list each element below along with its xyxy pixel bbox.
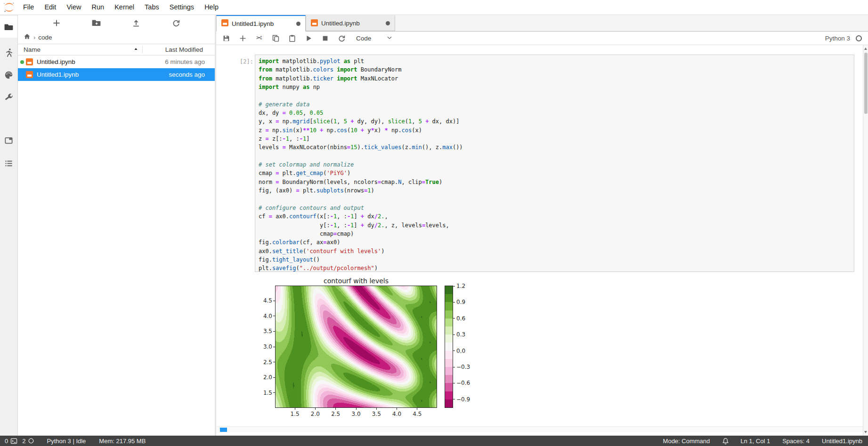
code-line: import numpy as np: [259, 83, 854, 91]
kernels-count[interactable]: 2: [22, 438, 25, 445]
y-tick-mark: [273, 377, 275, 378]
y-tick-mark: [273, 362, 275, 362]
notebook-tab[interactable]: Untitled.ipynb: [306, 15, 395, 31]
y-tick-label: 3.5: [258, 328, 272, 334]
terminal-icon[interactable]: [10, 438, 17, 445]
colorbar-tick-label: 0.6: [456, 315, 473, 322]
code-line: # set colormap and normalize: [259, 160, 854, 169]
horizontal-scrollbar[interactable]: [216, 426, 863, 432]
vertical-scrollbar[interactable]: [863, 45, 868, 436]
y-tick-mark: [273, 301, 275, 301]
code-line: fig.tight_layout(): [259, 255, 854, 264]
notebook-toolbar: ✂ Code Python 3: [216, 32, 868, 45]
y-tick-label: 2.5: [258, 359, 272, 366]
cell-type-value: Code: [356, 35, 371, 42]
column-header-name[interactable]: Name: [24, 46, 41, 53]
breadcrumb-separator: ›: [33, 34, 35, 41]
x-tick-mark: [295, 408, 295, 410]
scroll-down-icon[interactable]: [864, 431, 867, 433]
property-inspector-icon[interactable]: [0, 88, 17, 108]
scroll-up-icon[interactable]: [864, 48, 867, 50]
kernel-name[interactable]: Python 3: [825, 35, 850, 42]
stop-icon[interactable]: [321, 34, 329, 42]
colorbar-tick-mark: [453, 286, 455, 287]
refresh-icon[interactable]: [171, 18, 181, 28]
colorbar-tick-mark: [453, 367, 455, 367]
menu: FileEditViewRunKernelTabsSettingsHelp: [18, 0, 224, 15]
menu-item-view[interactable]: View: [61, 0, 86, 15]
code-line: # configure contours and output: [259, 204, 854, 212]
notebook-icon: [26, 58, 33, 65]
new-launcher-icon[interactable]: [51, 18, 62, 28]
menu-item-help[interactable]: Help: [199, 0, 224, 15]
code-line: dx, dy = 0.05, 0.05: [259, 109, 854, 117]
main-dock-panel: Untitled1.ipynbUntitled.ipynb ✂ Code Pyt…: [216, 15, 868, 436]
notebook-icon: [311, 19, 318, 28]
code-line: from matplotlib.ticker import MaxNLocato…: [259, 74, 854, 83]
running-sessions-icon[interactable]: [0, 42, 17, 63]
file-row[interactable]: Untitled1.ipynbseconds ago: [18, 68, 215, 81]
code-line: z = z[:-1, :-1]: [259, 135, 854, 143]
paste-icon[interactable]: [288, 34, 296, 42]
x-tick-label: 1.5: [287, 411, 302, 417]
save-icon[interactable]: [222, 34, 230, 42]
copy-icon[interactable]: [271, 34, 280, 42]
file-browser-panel: › code Name Last Modified Untitled.ipynb…: [18, 15, 215, 436]
file-row[interactable]: Untitled.ipynb6 minutes ago: [18, 56, 215, 68]
command-mode-indicator[interactable]: Mode: Command: [663, 438, 710, 445]
colorbar-tick-label: −0.6: [456, 380, 473, 386]
vertical-scrollbar-thumb[interactable]: [864, 53, 868, 114]
menu-item-file[interactable]: File: [18, 0, 39, 15]
menu-item-edit[interactable]: Edit: [39, 0, 61, 15]
cut-icon[interactable]: ✂: [255, 34, 263, 42]
column-header-modified[interactable]: Last Modified: [142, 46, 215, 53]
command-palette-icon[interactable]: [0, 64, 17, 85]
breadcrumb[interactable]: › code: [18, 31, 215, 44]
menu-item-tabs[interactable]: Tabs: [139, 0, 164, 15]
file-browser-toolbar: [18, 15, 215, 31]
notebook-tab[interactable]: Untitled1.ipynb: [216, 15, 306, 32]
notebook-icon: [26, 71, 33, 78]
file-browser-icon[interactable]: [0, 16, 17, 38]
add-cell-icon[interactable]: [238, 34, 247, 42]
menu-item-settings[interactable]: Settings: [164, 0, 199, 15]
sort-ascending-icon[interactable]: [133, 46, 138, 53]
file-modified-time: 6 minutes ago: [165, 58, 215, 65]
tab-spaces[interactable]: Spaces: 4: [782, 438, 810, 445]
cursor-position[interactable]: Ln 1, Col 1: [740, 438, 770, 445]
open-tabs-icon[interactable]: [0, 130, 17, 151]
kernel-sessions-icon[interactable]: [28, 438, 34, 444]
cell-type-dropdown[interactable]: Code: [356, 34, 393, 42]
tab-label: Untitled.ipynb: [321, 20, 386, 27]
code-line: y[:-1, :-1] + dy/2., z, levels=levels,: [259, 221, 854, 230]
colorbar: [445, 286, 453, 408]
cell-code-editor[interactable]: import matplotlib.pyplot as pltfrom matp…: [255, 55, 854, 272]
home-icon[interactable]: [24, 33, 31, 41]
code-line: ax0.set_title('contourf with levels'): [259, 247, 854, 255]
code-line: # generate data: [259, 100, 854, 109]
new-folder-icon[interactable]: [91, 18, 102, 28]
memory-usage: Mem: 217.95 MB: [99, 438, 146, 445]
code-line: import matplotlib.pyplot as plt: [259, 57, 854, 65]
breadcrumb-folder[interactable]: code: [38, 34, 52, 41]
kernel-idle-circle-icon[interactable]: [856, 35, 862, 41]
menu-item-run[interactable]: Run: [87, 0, 110, 15]
file-name: Untitled.ipynb: [37, 58, 165, 65]
unsaved-changes-dot[interactable]: [296, 22, 300, 26]
terminals-count[interactable]: 0: [5, 438, 8, 445]
restart-icon[interactable]: [337, 34, 346, 42]
horizontal-scrollbar-thumb[interactable]: [220, 428, 227, 432]
colorbar-tick-mark: [453, 350, 455, 351]
x-tick-label: 3.0: [349, 411, 364, 417]
y-tick-label: 1.5: [258, 390, 272, 396]
notifications-icon[interactable]: [722, 438, 729, 445]
unsaved-changes-dot[interactable]: [386, 21, 390, 25]
kernel-status[interactable]: Python 3 | Idle: [47, 438, 86, 445]
table-of-contents-icon[interactable]: [0, 153, 17, 174]
code-line: fig, (ax0) = plt.subplots(nrows=1): [259, 186, 854, 195]
run-icon[interactable]: [304, 34, 313, 42]
upload-icon[interactable]: [131, 18, 141, 28]
menu-item-kernel[interactable]: Kernel: [109, 0, 139, 15]
colorbar-tick-label: 0.3: [456, 331, 473, 338]
active-file-name[interactable]: Untitled1.ipynb: [822, 438, 862, 445]
